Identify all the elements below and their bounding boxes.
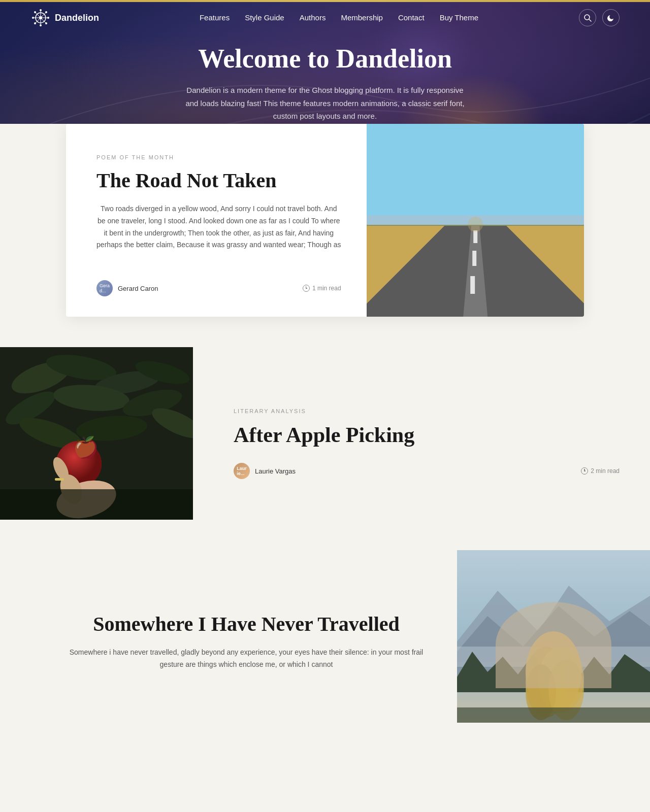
svg-point-10 bbox=[34, 11, 36, 13]
search-icon bbox=[583, 14, 592, 22]
logo-link[interactable]: Dandelion bbox=[30, 8, 99, 28]
svg-rect-42 bbox=[77, 439, 79, 447]
nav-contact[interactable]: Contact bbox=[398, 13, 425, 22]
apple-article-tag: LITERARY ANALYSIS bbox=[234, 408, 620, 414]
svg-point-12 bbox=[45, 11, 47, 13]
logo-text: Dandelion bbox=[55, 13, 99, 23]
author-avatar: Gerad... bbox=[96, 280, 113, 296]
svg-point-11 bbox=[45, 22, 47, 24]
nav-icon-group bbox=[579, 9, 620, 26]
nav-buy-theme[interactable]: Buy Theme bbox=[440, 13, 478, 22]
author-name: Gerard Caron bbox=[118, 285, 158, 292]
apple-image bbox=[0, 347, 193, 520]
hero-title: Welcome to Dandelion bbox=[198, 44, 452, 74]
read-time-text: 1 min read bbox=[312, 285, 341, 292]
apple-read-time: 2 min read bbox=[581, 467, 620, 475]
featured-title[interactable]: The Road Not Taken bbox=[96, 168, 341, 193]
logo-icon bbox=[30, 8, 51, 28]
apple-article-title[interactable]: After Apple Picking bbox=[234, 422, 620, 448]
read-time: 1 min read bbox=[303, 285, 341, 292]
featured-meta: Gerad... Gerard Caron 1 min read bbox=[96, 280, 341, 296]
svg-rect-47 bbox=[0, 489, 193, 520]
hero-description: Dandelion is a modern theme for the Ghos… bbox=[183, 84, 467, 123]
nav-style-guide[interactable]: Style Guide bbox=[245, 13, 284, 22]
travel-article: Somewhere I Have Never Travelled Somewhe… bbox=[0, 550, 650, 723]
laurie-avatar-text: Laurie... bbox=[237, 466, 247, 476]
svg-line-15 bbox=[589, 19, 591, 21]
nav-links: Features Style Guide Authors Membership … bbox=[200, 13, 478, 22]
road-image bbox=[367, 124, 584, 317]
clock-icon bbox=[303, 285, 310, 292]
apple-clock-icon bbox=[581, 467, 588, 475]
svg-rect-46 bbox=[55, 478, 64, 481]
travel-image bbox=[457, 550, 650, 723]
svg-point-9 bbox=[47, 17, 49, 19]
featured-card-content: POEM OF THE MONTH The Road Not Taken Two… bbox=[66, 124, 367, 317]
featured-card-image bbox=[367, 124, 584, 317]
apple-read-time-text: 2 min read bbox=[591, 467, 620, 475]
travel-article-content: Somewhere I Have Never Travelled Somewhe… bbox=[0, 550, 457, 723]
theme-toggle-button[interactable] bbox=[602, 9, 620, 26]
svg-point-27 bbox=[468, 217, 483, 232]
travel-image-container bbox=[457, 550, 650, 723]
svg-rect-26 bbox=[470, 276, 475, 294]
main-content: POEM OF THE MONTH The Road Not Taken Two… bbox=[0, 124, 650, 723]
featured-tag: POEM OF THE MONTH bbox=[96, 154, 341, 160]
moon-icon bbox=[607, 14, 615, 22]
nav-features[interactable]: Features bbox=[200, 13, 230, 22]
search-button[interactable] bbox=[579, 9, 596, 26]
svg-rect-16 bbox=[367, 124, 584, 225]
featured-excerpt: Two roads diverged in a yellow wood, And… bbox=[96, 203, 341, 251]
travel-article-excerpt: Somewhere i have never travelled, gladly… bbox=[66, 647, 427, 671]
apple-picking-article: LITERARY ANALYSIS After Apple Picking La… bbox=[0, 347, 650, 520]
svg-point-7 bbox=[40, 24, 42, 26]
featured-post-card: POEM OF THE MONTH The Road Not Taken Two… bbox=[66, 124, 584, 317]
travel-article-title[interactable]: Somewhere I Have Never Travelled bbox=[66, 612, 427, 636]
apple-picking-content: LITERARY ANALYSIS After Apple Picking La… bbox=[193, 347, 650, 520]
svg-rect-25 bbox=[472, 251, 476, 266]
svg-point-13 bbox=[34, 22, 36, 24]
apple-image-container bbox=[0, 347, 193, 520]
laurie-avatar: Laurie... bbox=[234, 463, 250, 479]
svg-rect-24 bbox=[473, 230, 477, 243]
nav-authors[interactable]: Authors bbox=[300, 13, 326, 22]
svg-point-6 bbox=[40, 9, 42, 11]
apple-article-meta: Laurie... Laurie Vargas 2 min read bbox=[234, 463, 620, 479]
nav-membership[interactable]: Membership bbox=[341, 13, 383, 22]
svg-rect-58 bbox=[457, 707, 650, 723]
main-nav: Dandelion Features Style Guide Authors M… bbox=[0, 0, 650, 36]
avatar-initials: Gerad... bbox=[100, 283, 110, 293]
svg-point-8 bbox=[32, 17, 34, 19]
svg-point-5 bbox=[39, 16, 42, 19]
laurie-author-name: Laurie Vargas bbox=[255, 467, 296, 475]
